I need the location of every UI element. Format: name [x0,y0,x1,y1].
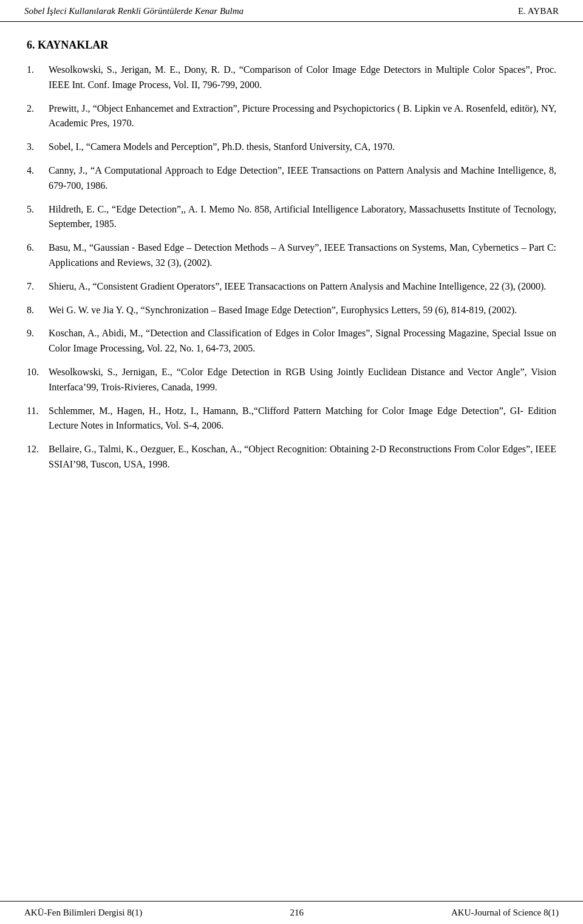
page-header: Sobel İşleci Kullanılarak Renkli Görüntü… [0,0,583,22]
ref-text: Basu, M., “Gaussian - Based Edge – Detec… [49,240,556,271]
footer-left: AKÜ-Fen Bilimleri Dergisi 8(1) [24,908,142,918]
header-left: Sobel İşleci Kullanılarak Renkli Görüntü… [24,6,244,16]
list-item: 10.Wesolkowski, S., Jernigan, E., “Color… [27,365,556,395]
references-list: 1.Wesolkowski, S., Jerigan, M. E., Dony,… [27,63,556,472]
ref-number: 3. [27,140,49,155]
ref-text: Wesolkowski, S., Jerigan, M. E., Dony, R… [49,63,556,93]
ref-text: Prewitt, J., “Object Enhancemet and Extr… [49,101,556,132]
page-container: Sobel İşleci Kullanılarak Renkli Görüntü… [0,0,583,924]
header-right: E. AYBAR [518,6,559,16]
ref-text: Shieru, A., “Consistent Gradient Operato… [49,279,556,294]
ref-number: 4. [27,163,49,178]
list-item: 12.Bellaire, G., Talmi, K., Oezguer, E.,… [27,442,556,472]
list-item: 3.Sobel, I., “Camera Models and Percepti… [27,140,556,155]
footer-right: AKU-Journal of Science 8(1) [451,908,559,918]
list-item: 11.Schlemmer, M., Hagen, H., Hotz, I., H… [27,404,556,434]
ref-number: 7. [27,279,49,294]
ref-text: Canny, J., “A Computational Approach to … [49,163,556,194]
page-footer: AKÜ-Fen Bilimleri Dergisi 8(1) 216 AKU-J… [0,901,583,924]
footer-center: 216 [290,908,304,918]
ref-text: Hildreth, E. C., “Edge Detection”,, A. I… [49,202,556,233]
ref-number: 5. [27,202,49,217]
ref-text: Bellaire, G., Talmi, K., Oezguer, E., Ko… [49,442,556,472]
list-item: 6.Basu, M., “Gaussian - Based Edge – Det… [27,240,556,271]
ref-text: Koschan, A., Abidi, M., “Detection and C… [49,326,556,356]
list-item: 5.Hildreth, E. C., “Edge Detection”,, A.… [27,202,556,233]
ref-number: 9. [27,326,49,341]
ref-text: Wei G. W. ve Jia Y. Q., “Synchronization… [49,303,556,318]
ref-number: 6. [27,240,49,256]
list-item: 4.Canny, J., “A Computational Approach t… [27,163,556,194]
ref-number: 11. [27,404,49,419]
section-title: 6. KAYNAKLAR [27,39,556,52]
main-content: 6. KAYNAKLAR 1.Wesolkowski, S., Jerigan,… [0,22,583,901]
ref-number: 8. [27,303,49,318]
list-item: 1.Wesolkowski, S., Jerigan, M. E., Dony,… [27,63,556,93]
ref-text: Wesolkowski, S., Jernigan, E., “Color Ed… [49,365,556,395]
ref-text: Schlemmer, M., Hagen, H., Hotz, I., Hama… [49,404,556,434]
list-item: 7.Shieru, A., “Consistent Gradient Opera… [27,279,556,294]
ref-text: Sobel, I., “Camera Models and Perception… [49,140,556,155]
list-item: 9.Koschan, A., Abidi, M., “Detection and… [27,326,556,356]
ref-number: 12. [27,442,49,457]
ref-number: 10. [27,365,49,380]
ref-number: 1. [27,63,49,78]
list-item: 2.Prewitt, J., “Object Enhancemet and Ex… [27,101,556,132]
list-item: 8.Wei G. W. ve Jia Y. Q., “Synchronizati… [27,303,556,318]
ref-number: 2. [27,101,49,117]
